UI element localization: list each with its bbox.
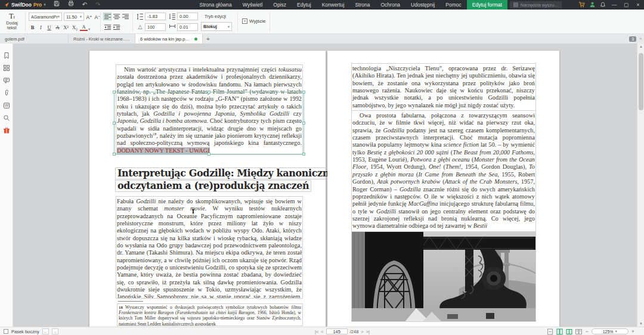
align-left-button[interactable] xyxy=(103,13,112,20)
font-color-button[interactable]: A xyxy=(80,23,88,31)
align-center-button[interactable] xyxy=(112,13,120,20)
document-viewport[interactable]: Nim wartość artystyczna i intelektualna … xyxy=(13,44,637,327)
underline-button[interactable]: U xyxy=(45,23,53,31)
swifdoo-logo-icon xyxy=(4,2,10,8)
italic-button[interactable]: I xyxy=(37,23,45,31)
font-family-select[interactable]: AGaramondPro ▾ xyxy=(29,13,62,21)
selection-handle-se[interactable] xyxy=(302,153,305,156)
strikethrough-button[interactable]: A xyxy=(54,23,61,31)
exit-format-mode-button[interactable]: × Wyjście xyxy=(242,18,265,24)
decrease-indent-button[interactable] xyxy=(103,23,112,31)
print-icon[interactable] xyxy=(64,0,78,10)
line-spacing-input[interactable] xyxy=(145,13,166,20)
page-thumbnails-icon[interactable] xyxy=(3,63,10,70)
exit-label: Wyjście xyxy=(249,18,265,24)
zoom-in-button[interactable]: + xyxy=(631,328,634,334)
next-page-button[interactable]: > xyxy=(361,329,363,334)
menu-ochrona[interactable]: Ochrona xyxy=(375,0,405,10)
paragraph-spacing-input[interactable] xyxy=(177,13,198,20)
attachments-icon[interactable] xyxy=(3,88,10,95)
svg-text:W: W xyxy=(5,103,9,107)
menu-strona[interactable]: Strona xyxy=(349,0,375,10)
current-page-input[interactable] xyxy=(326,328,348,334)
selection-handle-sw[interactable] xyxy=(113,153,116,156)
font-color-caret-icon[interactable]: ▾ xyxy=(88,27,90,32)
history-forward-button[interactable]: → xyxy=(52,328,58,334)
paragraph-text-block[interactable]: technologia „Niszczyciela Tlenu”, opraco… xyxy=(351,63,536,111)
view-single-page-icon[interactable] xyxy=(547,328,553,335)
paragraph-text-block[interactable]: Owa prostota fabularna, połączona z towa… xyxy=(351,110,536,232)
align-right-button[interactable] xyxy=(121,13,129,20)
bold-button[interactable]: B xyxy=(29,23,36,31)
selection-handle-n[interactable] xyxy=(208,91,210,94)
tab-rozni-pdf[interactable]: Różni - Kroki w nieznane....pdf * xyxy=(69,34,135,44)
store-cart-icon[interactable] xyxy=(576,1,587,9)
sidebar-toggle-checkbox[interactable] xyxy=(4,329,8,334)
selection-handle-nw[interactable] xyxy=(113,91,116,94)
selection-handle-ne[interactable] xyxy=(302,91,305,94)
maximize-button[interactable]: ▢ xyxy=(620,0,632,10)
new-tab-button[interactable]: + xyxy=(203,34,213,44)
selected-textbox-outline[interactable] xyxy=(114,92,304,154)
collapse-toolbar-chevron-icon[interactable]: ^ xyxy=(639,36,642,42)
tools-search-label: Narzędzia wyszu... xyxy=(521,2,558,8)
selection-handle-e[interactable] xyxy=(302,122,305,125)
menu-opisz[interactable]: Opisz xyxy=(268,0,292,10)
increase-font-size-button[interactable]: A⁺ xyxy=(85,13,93,21)
subscript-button[interactable]: X₂ xyxy=(71,23,79,31)
view-facing-pages-icon[interactable] xyxy=(566,328,572,335)
selection-handle-s[interactable] xyxy=(208,153,210,156)
minimize-button[interactable]: — xyxy=(608,0,620,10)
menu-pomoc[interactable]: Pomoc xyxy=(440,0,466,10)
app-logo[interactable]: SwifDoo Pro ▾ xyxy=(0,2,49,8)
edit-mode-select[interactable]: Blokuj ▾ xyxy=(201,22,232,31)
tab-golem-pdf[interactable]: golem.pdf xyxy=(0,34,69,44)
movie-still-image[interactable] xyxy=(351,231,536,322)
gift-promo-icon[interactable] xyxy=(3,126,10,133)
selection-handle-w[interactable] xyxy=(113,122,116,125)
zoom-level-select[interactable]: 125% ▾ xyxy=(592,328,628,334)
menu-konwertuj[interactable]: Konwertuj xyxy=(317,0,350,10)
menu-strona-glowna[interactable]: Strona główna xyxy=(194,0,237,10)
paragraph-text-block[interactable]: Fabuła Godzilli nie należy do skomplikow… xyxy=(116,196,303,299)
superscript-button[interactable]: X² xyxy=(62,23,70,31)
section-heading-block[interactable]: Interpretując Godzillę: Między kanoniczn… xyxy=(115,168,346,192)
vertical-scrollbar[interactable]: ▲ ▼ xyxy=(637,44,644,327)
add-text-button[interactable]: TI Dodaj tekst xyxy=(1,11,23,33)
first-page-button[interactable]: |< xyxy=(315,329,318,334)
watermark-icon[interactable]: W xyxy=(3,101,10,108)
char-spacing-input[interactable] xyxy=(177,23,198,31)
scrollbar-thumb[interactable] xyxy=(639,53,643,110)
view-continuous-icon[interactable] xyxy=(556,328,563,335)
last-page-button[interactable]: >| xyxy=(366,329,370,334)
close-button[interactable]: × xyxy=(632,0,644,10)
menu-edytuj-format-active[interactable]: Edytuj format xyxy=(467,0,507,10)
tab-6-widokow-pdf-active[interactable]: 6 widoków na kin jap.pdf * xyxy=(135,34,203,44)
app-menu-caret-icon[interactable]: ▾ xyxy=(44,2,46,7)
increase-indent-button[interactable] xyxy=(112,23,120,31)
scroll-down-icon[interactable]: ▼ xyxy=(637,322,644,325)
view-book-icon[interactable] xyxy=(575,328,582,335)
scroll-up-icon[interactable]: ▲ xyxy=(637,45,644,48)
tabbar-right: 3 ^ xyxy=(629,34,644,44)
menu-edytuj[interactable]: Edytuj xyxy=(292,0,317,10)
open-documents-badge[interactable]: 3 xyxy=(629,36,636,42)
font-size-select[interactable]: 11.50 ▾ xyxy=(64,13,84,21)
comments-icon[interactable] xyxy=(3,76,10,83)
tab-modified-dot xyxy=(194,38,197,41)
search-icon[interactable] xyxy=(3,113,10,120)
menu-udostepnij[interactable]: Udostępnij xyxy=(405,0,440,10)
horizontal-scale-input[interactable] xyxy=(145,23,166,31)
previous-page-button[interactable]: < xyxy=(321,329,323,334)
zoom-out-button[interactable]: − xyxy=(585,328,588,334)
notifications-bell-icon[interactable] xyxy=(597,1,608,8)
footnote-text-block[interactable]: 18 Wystarczy wspomnieć o dyskusjach pośw… xyxy=(117,303,303,326)
redo-icon[interactable]: ↷ xyxy=(91,0,104,10)
account-icon[interactable] xyxy=(587,1,597,9)
bookmarks-icon[interactable] xyxy=(3,51,10,58)
save-icon[interactable] xyxy=(49,0,64,10)
undo-icon[interactable]: ↶ xyxy=(78,0,91,10)
menu-wyswietl[interactable]: Wyświetl xyxy=(237,0,268,10)
history-back-button[interactable]: ← xyxy=(42,328,49,334)
tools-search-box[interactable]: Narzędzia wyszu... xyxy=(510,1,562,8)
